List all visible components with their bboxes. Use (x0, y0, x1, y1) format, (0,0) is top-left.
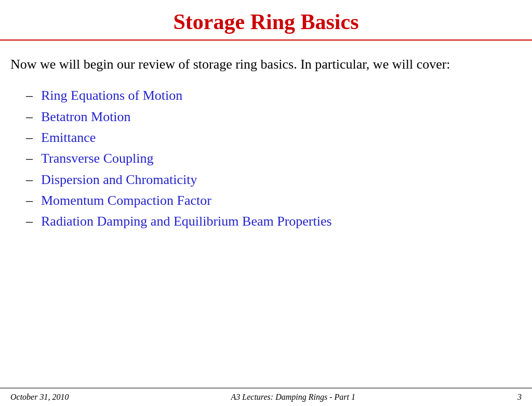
bullet-text: Betatron Motion (41, 107, 131, 127)
footer-date: October 31, 2010 (10, 392, 69, 402)
bullet-text: Transverse Coupling (41, 148, 153, 169)
bullet-dash: – (26, 148, 33, 169)
bullet-dash: – (26, 190, 33, 211)
footer-title: A3 Lectures: Damping Rings - Part 1 (231, 392, 355, 402)
slide-footer: October 31, 2010 A3 Lectures: Damping Ri… (0, 388, 532, 406)
slide-content: Now we will begin our review of storage … (0, 41, 532, 388)
list-item: – Ring Equations of Motion (26, 85, 516, 106)
slide-header: Storage Ring Basics (0, 0, 532, 41)
bullet-dash: – (26, 107, 33, 127)
list-item: – Transverse Coupling (26, 148, 516, 169)
bullet-dash: – (26, 127, 33, 148)
list-item: – Dispersion and Chromaticity (26, 169, 516, 190)
bullet-text: Momentum Compaction Factor (41, 190, 211, 211)
bullet-text: Radiation Damping and Equilibrium Beam P… (41, 211, 332, 232)
slide-title: Storage Ring Basics (10, 9, 522, 34)
list-item: – Radiation Damping and Equilibrium Beam… (26, 211, 516, 232)
footer-page-number: 3 (517, 392, 522, 402)
bullet-text: Emittance (41, 127, 96, 148)
bullet-dash: – (26, 169, 33, 190)
bullet-text: Ring Equations of Motion (41, 85, 182, 106)
bullet-dash: – (26, 85, 33, 106)
slide-container: Storage Ring Basics Now we will begin ou… (0, 0, 532, 406)
list-item: – Emittance (26, 127, 516, 148)
bullet-dash: – (26, 211, 33, 232)
intro-paragraph: Now we will begin our review of storage … (10, 55, 516, 74)
list-item: – Momentum Compaction Factor (26, 190, 516, 211)
list-item: – Betatron Motion (26, 107, 516, 127)
bullet-list: – Ring Equations of Motion – Betatron Mo… (10, 85, 516, 232)
bullet-text: Dispersion and Chromaticity (41, 169, 197, 190)
